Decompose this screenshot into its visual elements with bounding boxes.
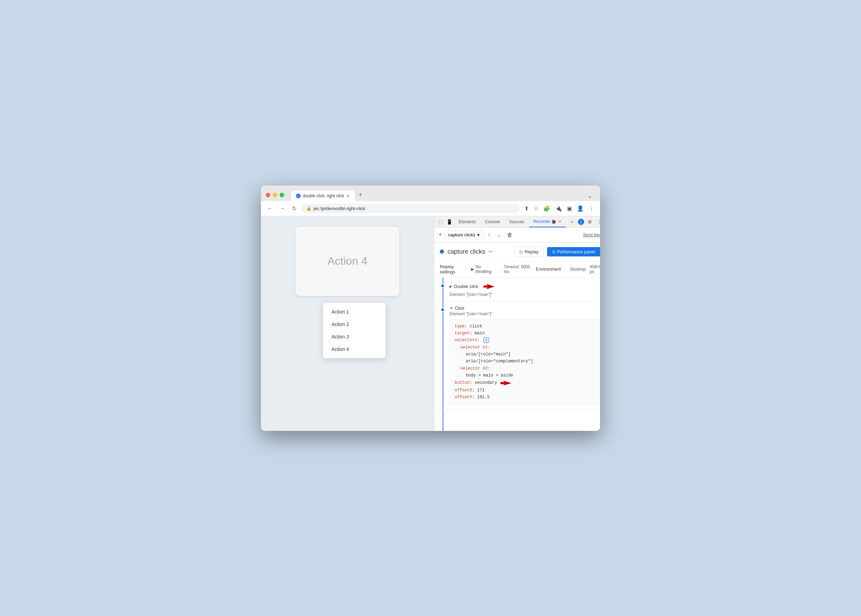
step1-title-text: Double click: [454, 284, 478, 289]
context-menu-item-1[interactable]: Action 1: [323, 306, 385, 318]
step1-title: ▶ Double click: [449, 282, 497, 291]
import-button[interactable]: ↓: [495, 231, 502, 239]
tab-favicon: [296, 193, 301, 198]
selector2-key: selector #2:: [460, 366, 490, 371]
dropdown-arrow-icon: ▾: [477, 232, 480, 237]
performance-panel-button[interactable]: ⊙ Performance panel: [547, 247, 600, 256]
tab-more[interactable]: »: [567, 217, 577, 227]
replay-settings-values: No throttling | Timeout: 5000 ms: [476, 264, 536, 274]
env-value: Desktop: [570, 267, 586, 272]
url-text: jec.fyi/demo/dbl-right-click: [314, 206, 365, 211]
new-tab-button[interactable]: +: [355, 189, 366, 201]
step2-title-text: Click: [455, 306, 464, 311]
selector-icon[interactable]: R: [484, 338, 489, 343]
delete-button[interactable]: 🗑: [505, 231, 515, 239]
step2-header: ▼ Click Element "[role="main"]" ⋮: [449, 306, 600, 316]
back-button[interactable]: ←: [265, 204, 275, 213]
step2-code: type: click target: main selectors: R se…: [449, 319, 600, 405]
browser-tab[interactable]: double click, right click ✕: [291, 191, 355, 201]
selector1-val1: aria/[role="main"]: [466, 352, 511, 357]
action4-card: Action 4: [295, 227, 399, 296]
action4-text: Action 4: [327, 255, 368, 267]
message-badge[interactable]: 1: [578, 219, 584, 225]
minimize-button[interactable]: [273, 193, 277, 197]
recording-select-label: capture clicks: [448, 232, 476, 237]
lock-icon: 🔒: [306, 206, 311, 211]
context-menu: Action 1 Action 2 Action 3 Action 4: [323, 303, 385, 358]
window-control[interactable]: ⌄: [584, 191, 595, 201]
share-icon[interactable]: ⬆: [523, 204, 531, 213]
add-recording-button[interactable]: +: [438, 231, 442, 239]
step1-header: ▶ Double click Element "[role="main"]" ⋮: [449, 282, 600, 297]
send-feedback-link[interactable]: Send feedback: [583, 233, 600, 237]
red-arrow-1: [484, 282, 497, 291]
tab-recorder[interactable]: Recorder 🎥 ✕: [529, 216, 566, 227]
profile-icon[interactable]: 👤: [575, 204, 586, 213]
devtools-panel: ⬚ 📱 Elements Console Sources Recorder 🎥 …: [434, 216, 600, 431]
recording-dot: [440, 250, 444, 254]
replay-settings-arrow[interactable]: ▶: [471, 267, 474, 272]
menu-icon[interactable]: ⋮: [587, 204, 596, 213]
edit-title-icon[interactable]: ✏: [489, 249, 493, 255]
extension-icon[interactable]: 🧩: [542, 204, 552, 213]
tab-elements[interactable]: Elements: [454, 217, 480, 227]
traffic-lights: [266, 193, 284, 197]
step-click: ▼ Click Element "[role="main"]" ⋮ type: …: [434, 302, 600, 409]
performance-panel-group: ⊙ Performance panel ▾: [547, 247, 600, 256]
webpage-area: Action 4 Action 1 Action 2 Action 3 Acti…: [261, 216, 434, 431]
throttling-value: No throttling: [476, 264, 497, 274]
bookmark-icon[interactable]: ☆: [532, 204, 540, 213]
svg-rect-3: [500, 382, 505, 384]
red-arrow-2: [500, 379, 514, 387]
step2-title-group: ▼ Click Element "[role="main"]": [449, 306, 492, 316]
browser-window: double click, right click ✕ + ⌄ ← → ↻ 🔒 …: [261, 185, 600, 431]
more-icon[interactable]: ⋮: [595, 218, 600, 226]
tab-sources[interactable]: Sources: [505, 217, 528, 227]
main-content: Action 4 Action 1 Action 2 Action 3 Acti…: [261, 216, 600, 431]
replay-settings-left: Replay settings ▶ No throttling | Timeou…: [440, 264, 536, 275]
recorder-toolbar: + capture clicks ▾ ↑ ↓ 🗑 Send feedback: [434, 228, 600, 243]
close-button[interactable]: [266, 193, 270, 197]
recording-select[interactable]: capture clicks ▾: [445, 231, 483, 239]
reload-button[interactable]: ↻: [290, 204, 299, 213]
target-key: target: [455, 331, 470, 336]
recorder-tab-icon: 🎥: [551, 220, 556, 223]
nav-bar: ← → ↻ 🔒 jec.fyi/demo/dbl-right-click ⬆ ☆…: [261, 201, 600, 216]
svg-rect-1: [484, 286, 488, 288]
maximize-button[interactable]: [280, 193, 284, 197]
context-menu-item-3[interactable]: Action 3: [323, 330, 385, 343]
context-menu-item-2[interactable]: Action 2: [323, 318, 385, 330]
replay-button[interactable]: ▷ Replay: [515, 247, 544, 257]
nav-actions: ⬆ ☆ 🧩 🔌 ▣ 👤 ⋮: [523, 204, 596, 213]
context-menu-item-4[interactable]: Action 4: [323, 343, 385, 355]
replay-settings: Replay settings ▶ No throttling | Timeou…: [434, 261, 600, 278]
extension2-icon[interactable]: 🔌: [553, 204, 564, 213]
sidebar-icon[interactable]: ▣: [565, 204, 574, 213]
selector1-key: selector #1:: [460, 345, 490, 350]
inspect-icon[interactable]: ⬚: [437, 218, 444, 226]
selector2-val: body > main > aside: [466, 373, 513, 378]
timeout-value: Timeout: 5000 ms: [504, 264, 536, 274]
recorder-tab-close[interactable]: ✕: [558, 219, 562, 224]
selectors-key: selectors: [455, 338, 477, 343]
step2-title: ▼ Click: [449, 306, 492, 311]
settings-icon[interactable]: ⚙: [586, 218, 594, 226]
offsetX-key: offsetX: [455, 388, 472, 393]
title-bar: double click, right click ✕ + ⌄: [261, 185, 600, 201]
address-bar[interactable]: 🔒 jec.fyi/demo/dbl-right-click: [302, 204, 520, 213]
tab-close-icon[interactable]: ✕: [346, 193, 350, 199]
selector1-val2: aria/[role="complementary"]: [466, 359, 533, 364]
offsetY-key: offsetY: [455, 395, 472, 400]
device-icon[interactable]: 📱: [445, 218, 454, 226]
step2-subtitle: Element "[role="main"]": [449, 311, 492, 316]
tab-console[interactable]: Console: [481, 217, 504, 227]
step2-expand-icon[interactable]: ▼: [449, 306, 453, 310]
env-label: Environment: [536, 267, 561, 272]
devtools-tabs: ⬚ 📱 Elements Console Sources Recorder 🎥 …: [434, 216, 600, 228]
resolution-value: 458×566 px: [590, 264, 600, 274]
environment-row: Environment | Desktop 458×566 px: [536, 264, 600, 274]
step1-expand-icon[interactable]: ▶: [449, 284, 452, 288]
export-button[interactable]: ↑: [485, 231, 492, 239]
step2-dot: [440, 308, 445, 312]
forward-button[interactable]: →: [278, 204, 287, 213]
